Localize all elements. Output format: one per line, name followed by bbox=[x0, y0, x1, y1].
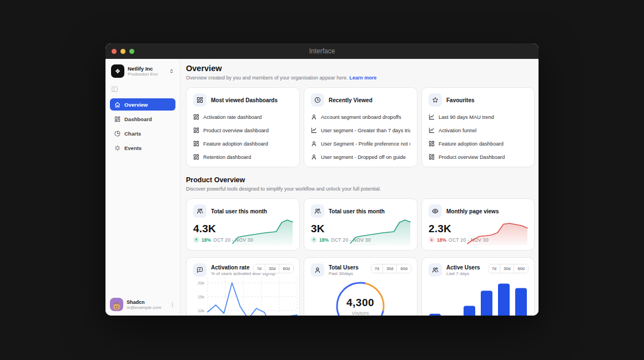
dashboard-icon bbox=[114, 116, 120, 122]
svg-text:20k: 20k bbox=[198, 281, 204, 286]
range-30d-button[interactable]: 30d bbox=[383, 264, 398, 273]
line-chart-icon bbox=[429, 127, 435, 133]
range-selector: 7d 30d 60d bbox=[253, 264, 294, 273]
list-item[interactable]: User segment - Greater than 7 days trial bbox=[311, 127, 410, 133]
metric-cards-row: Total user this month 4.3K 18% OCT 20 - … bbox=[186, 198, 533, 251]
card-title: Active Users bbox=[446, 264, 480, 271]
trend-percent: 18% bbox=[437, 237, 446, 243]
list-item[interactable]: Product overview dashboard bbox=[193, 127, 293, 133]
trend-percent: 18% bbox=[319, 237, 329, 243]
range-30d-button[interactable]: 30d bbox=[265, 264, 280, 273]
avatar bbox=[110, 298, 123, 311]
sidebar-item-charts[interactable]: Charts bbox=[110, 127, 175, 139]
list-item[interactable]: Retention dashboard bbox=[193, 154, 293, 160]
quick-cards-row: Most viewed Dashboards Activation rate d… bbox=[186, 87, 533, 167]
total-user-card-2: Total user this month 3K 18% OCT 20 - NO… bbox=[304, 198, 417, 251]
titlebar: Interface bbox=[105, 43, 539, 59]
card-subtitle: Past 30days bbox=[329, 271, 359, 276]
sidebar-item-overview[interactable]: Overview bbox=[110, 98, 175, 111]
list-item-label: User Segment - Profile preference not up… bbox=[321, 141, 410, 147]
range-60d-button[interactable]: 60d bbox=[514, 264, 528, 273]
total-users-card: 4,300 Visitors Total Users Past 30days bbox=[304, 257, 417, 316]
card-title: Total Users bbox=[329, 264, 359, 271]
star-icon bbox=[429, 93, 442, 107]
chevrons-up-down-icon bbox=[169, 68, 174, 74]
home-icon bbox=[114, 102, 120, 108]
range-7d-button[interactable]: 7d bbox=[371, 264, 383, 273]
range-7d-button[interactable]: 7d bbox=[489, 264, 500, 273]
line-chart-icon bbox=[311, 127, 317, 133]
visitors-label: Visitors bbox=[327, 310, 394, 316]
list-item-label: User segment - Dropped off on guide bbox=[321, 154, 406, 160]
grid-icon bbox=[193, 114, 199, 120]
range-30d-button[interactable]: 30d bbox=[500, 264, 515, 273]
trend-down-icon bbox=[429, 237, 435, 243]
sidebar: ❖ Netlify Inc Production Env bbox=[105, 59, 180, 316]
user-icon bbox=[311, 263, 324, 277]
most-viewed-dashboards-card: Most viewed Dashboards Activation rate d… bbox=[186, 87, 300, 167]
total-user-card-1: Total user this month 4.3K 18% OCT 20 - … bbox=[186, 198, 300, 251]
org-name: Netlify Inc bbox=[128, 66, 165, 72]
monthly-page-views-card: Monthly page views 2.3K 18% OCT 20 - NOV… bbox=[421, 198, 535, 251]
chart-cards-row: 20k 15k 10k Activation rate % of users a… bbox=[186, 257, 533, 316]
card-title: Favourites bbox=[446, 97, 475, 103]
learn-more-link[interactable]: Learn more bbox=[349, 75, 376, 81]
profile-email: m@example.com bbox=[127, 305, 166, 310]
user-profile[interactable]: Shadcn m@example.com bbox=[110, 298, 175, 311]
card-title: Most viewed Dashboards bbox=[211, 97, 278, 103]
range-60d-button[interactable]: 60d bbox=[279, 264, 293, 273]
org-switcher[interactable]: ❖ Netlify Inc Production Env bbox=[110, 64, 175, 78]
donut-center-label: 4,300 Visitors bbox=[327, 297, 394, 316]
range-60d-button[interactable]: 60d bbox=[397, 264, 411, 273]
sidebar-nav: Overview Dashboard Charts bbox=[110, 98, 175, 154]
profile-name: Shadcn bbox=[127, 299, 166, 305]
org-logo-icon: ❖ bbox=[111, 64, 124, 78]
sidebar-item-events[interactable]: Events bbox=[110, 142, 175, 154]
sidebar-collapse-button[interactable] bbox=[111, 86, 174, 93]
list-item[interactable]: Account segment onboard dropoffs bbox=[311, 114, 410, 120]
list-item-label: Feature adoption dashboard bbox=[203, 141, 268, 147]
range-selector: 7d 30d 60d bbox=[488, 264, 529, 273]
line-chart-icon bbox=[429, 114, 435, 120]
section-title: Product Overview bbox=[186, 176, 533, 184]
list-item[interactable]: Activation funnel bbox=[429, 127, 527, 133]
list-item[interactable]: Activation rate dashboard bbox=[193, 114, 293, 120]
list-item-label: User segment - Greater than 7 days trial bbox=[321, 128, 410, 133]
active-users-card: Active Users Last 7 days 7d 30d 60d bbox=[421, 257, 535, 316]
page-subtitle: Overview created by you and members of y… bbox=[186, 75, 533, 81]
list-item[interactable]: User Segment - Profile preference not up… bbox=[311, 141, 410, 147]
range-7d-button[interactable]: 7d bbox=[254, 264, 265, 273]
list-item-label: Last 90 days MAU trend bbox=[439, 114, 494, 120]
svg-text:10k: 10k bbox=[198, 308, 204, 313]
recently-viewed-card: Recently Viewed Account segment onboard … bbox=[304, 87, 417, 167]
desktop-background: Interface ❖ Netlify Inc Production Env bbox=[0, 0, 644, 360]
card-title: Total user this month bbox=[329, 208, 385, 214]
list-item[interactable]: Product overview Dashboard bbox=[429, 154, 527, 160]
sidebar-item-dashboard[interactable]: Dashboard bbox=[110, 113, 175, 125]
favourites-card: Favourites Last 90 days MAU trend Activa… bbox=[421, 87, 535, 167]
list-item-label: Account segment onboard dropoffs bbox=[321, 114, 401, 120]
page-subtitle-text: Overview created by you and members of y… bbox=[186, 75, 348, 81]
list-item-label: Feature adoption dashboard bbox=[439, 141, 504, 147]
person-icon bbox=[311, 141, 317, 147]
person-icon bbox=[311, 114, 317, 120]
activation-rate-card: 20k 15k 10k Activation rate % of users a… bbox=[186, 257, 300, 316]
profile-menu-button[interactable] bbox=[169, 302, 175, 308]
list-item-label: Activation funnel bbox=[439, 128, 476, 133]
org-environment: Production Env bbox=[128, 72, 165, 77]
list-item[interactable]: Feature adoption dashboard bbox=[193, 141, 293, 147]
sidebar-item-label: Overview bbox=[124, 102, 148, 108]
list-item[interactable]: User segment - Dropped off on guide bbox=[311, 154, 410, 160]
section-subtitle: Discover powerful tools designed to simp… bbox=[186, 186, 533, 192]
users-icon bbox=[429, 263, 442, 277]
sidebar-item-label: Dashboard bbox=[124, 116, 152, 122]
list-item[interactable]: Last 90 days MAU trend bbox=[429, 114, 527, 120]
grid-icon bbox=[429, 141, 435, 147]
page-views-sparkline bbox=[466, 216, 529, 246]
total-user-sparkline bbox=[232, 216, 294, 246]
grid-icon bbox=[429, 154, 435, 160]
sparkle-icon bbox=[114, 145, 120, 151]
users-icon bbox=[311, 204, 324, 218]
grid-icon bbox=[193, 154, 199, 160]
list-item[interactable]: Feature adoption dashboard bbox=[429, 141, 527, 147]
